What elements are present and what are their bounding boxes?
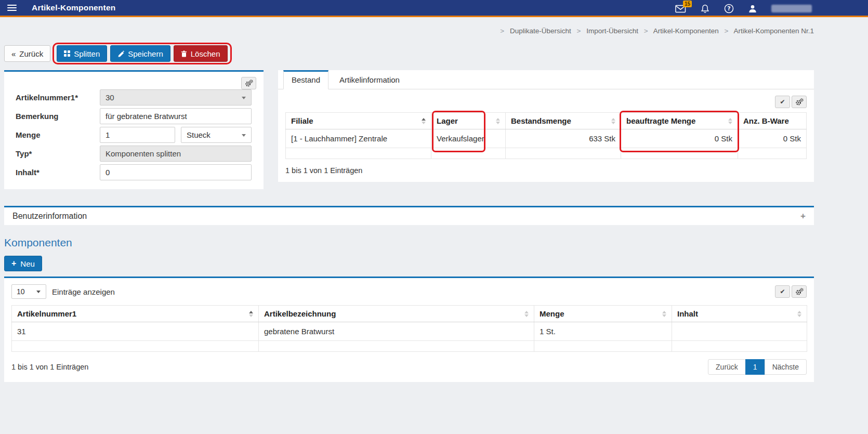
bestand-table: Filiale Lager Bestandsmenge: [285, 112, 807, 159]
pencil-icon: [117, 50, 124, 57]
page-title: Artikel-Komponenten: [32, 3, 115, 12]
col-header-menge[interactable]: Menge: [534, 306, 672, 322]
form-row-inhalt: Inhalt* 0: [11, 164, 256, 180]
col-header-filiale[interactable]: Filiale: [286, 113, 431, 129]
speichern-button-label: Speichern: [128, 49, 163, 58]
hamburger-menu-icon[interactable]: [7, 5, 17, 11]
navbar-right: 15 ?: [675, 0, 812, 17]
loeschen-button[interactable]: Löschen: [174, 45, 228, 62]
breadcrumb-separator: >: [500, 27, 504, 35]
bestand-table-row[interactable]: [1 - Lauchhammer] Zentrale Verkaufslager…: [286, 129, 807, 148]
komponenten-table-info: 1 bis 1 von 1 Einträgen: [11, 363, 88, 371]
typ-value: Komponenten splitten: [106, 149, 181, 158]
typ-label: Typ*: [11, 149, 100, 158]
col-header-lager[interactable]: Lager: [431, 113, 506, 129]
cell-anz-bware: 0 Stk: [738, 129, 807, 148]
benutzerinformation-collapse-bar[interactable]: Benutzerinformation +: [4, 206, 814, 225]
typ-input: Komponenten splitten: [100, 146, 252, 162]
mail-badge: 15: [683, 1, 692, 7]
komponenten-table-row[interactable]: 31 gebratene Bratwurst 1 St.: [12, 322, 807, 341]
svg-text:?: ?: [727, 5, 730, 12]
tab-bestand-label: Bestand: [292, 75, 320, 84]
form-row-artikelnummer: Artikelnummer1* 30: [11, 89, 256, 106]
top-navbar: Artikel-Komponenten 15 ?: [0, 0, 868, 17]
breadcrumb-separator: >: [644, 27, 648, 35]
bemerkung-label: Bemerkung: [11, 112, 100, 121]
col-header-artikelnummer1[interactable]: Artikelnummer1: [12, 306, 259, 322]
breadcrumb-item-import[interactable]: Import-Übersicht: [586, 27, 638, 35]
einheit-select[interactable]: Stueck: [181, 127, 252, 143]
pagination: Zurück 1 Nächste: [708, 359, 807, 375]
trash-icon: [181, 50, 187, 57]
komponenten-heading: Komponenten: [4, 236, 814, 249]
breadcrumb-separator: >: [725, 27, 729, 35]
inhalt-input[interactable]: 0: [100, 164, 252, 180]
breadcrumb-item-current: Artikel-Komponenten Nr.1: [733, 27, 814, 35]
expand-plus-icon[interactable]: +: [800, 211, 806, 221]
menge-input[interactable]: 1: [100, 127, 175, 143]
breadcrumb-separator: >: [577, 27, 581, 35]
breadcrumb-item-artikel-komponenten[interactable]: Artikel-Komponenten: [653, 27, 719, 35]
back-button[interactable]: « Zurück: [4, 45, 50, 62]
page-length-value: 10: [17, 287, 25, 296]
back-button-label: Zurück: [19, 49, 43, 58]
column-settings-button[interactable]: [241, 77, 256, 89]
username-redacted[interactable]: [771, 5, 812, 12]
col-header-bestandsmenge[interactable]: Bestandsmenge: [506, 113, 621, 129]
bemerkung-input[interactable]: für gebratene Bratwurst: [100, 108, 252, 124]
pagination-next-button[interactable]: Nächste: [765, 359, 807, 375]
chevron-down-icon: [242, 134, 246, 137]
cell-artikelbezeichnung: gebratene Bratwurst: [259, 322, 534, 341]
benutzerinformation-title: Benutzerinformation: [12, 212, 87, 221]
col-header-artikelbezeichnung[interactable]: Artikelbezeichnung: [259, 306, 534, 322]
page-length-select[interactable]: 10: [11, 284, 46, 299]
column-settings-button[interactable]: [792, 96, 807, 108]
sort-icon: [245, 311, 253, 317]
cell-bestandsmenge: 633 Stk: [506, 129, 621, 148]
plus-icon: +: [11, 259, 16, 268]
tab-artikelinformation-label: Artikelinformation: [339, 75, 400, 84]
pagination-page-1-button[interactable]: 1: [745, 359, 765, 375]
check-icon: ✔: [780, 99, 785, 105]
cell-lager: Verkaufslager: [431, 129, 506, 148]
tab-bestand[interactable]: Bestand: [283, 70, 328, 89]
col-header-inhalt[interactable]: Inhalt: [672, 306, 807, 322]
sort-icon: [492, 118, 500, 124]
tab-artikelinformation[interactable]: Artikelinformation: [332, 70, 407, 89]
grid-icon: [64, 50, 70, 57]
pagination-prev-button[interactable]: Zurück: [708, 359, 746, 375]
column-settings-button[interactable]: [792, 285, 807, 298]
cell-filiale: [1 - Lauchhammer] Zentrale: [286, 129, 431, 148]
form-row-bemerkung: Bemerkung für gebratene Bratwurst: [11, 108, 256, 124]
bemerkung-value: für gebratene Bratwurst: [106, 112, 187, 121]
sort-icon: [724, 118, 732, 124]
sort-icon: [520, 311, 529, 317]
artikel-detail-panel: Artikelnummer1* 30 Bemerkung für gebrate…: [4, 70, 264, 189]
select-visible-button[interactable]: ✔: [775, 285, 790, 298]
komponenten-table: Artikelnummer1 Artikelbezeichnung Menge …: [11, 305, 807, 352]
sort-icon: [607, 118, 615, 124]
cell-artikelnummer1: 31: [12, 322, 259, 341]
mail-icon[interactable]: 15: [675, 5, 686, 13]
help-question-icon[interactable]: ?: [724, 4, 734, 14]
user-profile-icon[interactable]: [748, 4, 757, 14]
komponenten-panel: 10 Einträge anzeigen ✔: [4, 277, 814, 382]
artikelnummer-select: 30: [100, 89, 252, 106]
table-filler-row: [286, 148, 807, 159]
check-icon: ✔: [780, 288, 785, 295]
breadcrumb-item-duplikate[interactable]: Duplikate-Übersicht: [510, 27, 571, 35]
neu-button[interactable]: + Neu: [4, 256, 42, 271]
form-row-typ: Typ* Komponenten splitten: [11, 146, 256, 162]
notifications-bell-icon[interactable]: [700, 4, 710, 14]
speichern-button[interactable]: Speichern: [110, 45, 170, 62]
sort-icon: [793, 311, 801, 317]
col-header-anz-bware[interactable]: Anz. B-Ware: [738, 113, 807, 129]
artikelnummer-label: Artikelnummer1*: [11, 93, 100, 102]
form-row-menge: Menge 1 Stueck: [11, 127, 256, 143]
annotated-button-group: Splitten Speichern Löschen: [57, 45, 227, 62]
chevron-down-icon: [242, 97, 246, 99]
select-visible-button[interactable]: ✔: [775, 96, 790, 108]
splitten-button[interactable]: Splitten: [57, 45, 107, 62]
col-header-beauftragte-menge[interactable]: beauftragte Menge: [621, 113, 738, 129]
chevron-down-icon: [36, 291, 41, 293]
